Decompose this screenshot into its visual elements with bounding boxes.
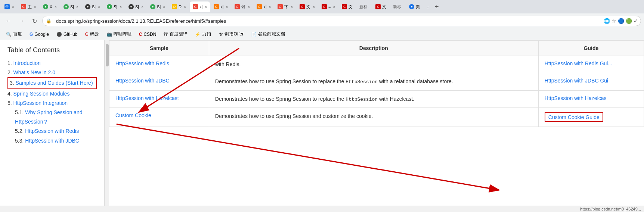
link-custom-cookie[interactable]: Custom Cookie [115, 112, 151, 118]
toc-link-2[interactable]: What's New in 2.0 [13, 69, 55, 75]
toc-item-5-1[interactable]: 5.1. Why Spring Session and HttpSession？ [15, 108, 97, 127]
bookmark-icon[interactable]: ☆ [612, 18, 616, 24]
bookmark-leetcode[interactable]: ⚡ 力扣 [192, 30, 214, 38]
toc-item-2[interactable]: 2. What's New in 2.0 [7, 68, 97, 77]
bookmark-github[interactable]: ⚫ GitHub [53, 31, 80, 38]
bookmark-bilibili[interactable]: 📺 哔哩哔哩 [103, 30, 134, 38]
translate-icon[interactable]: 🌐 [604, 18, 610, 24]
address-box[interactable]: 🔒 docs.spring.io/spring-session/docs/2.1… [42, 16, 641, 26]
tab-13[interactable]: G x| × [254, 1, 274, 12]
bookmark-csdn[interactable]: C CSDN [136, 31, 160, 38]
address-wrapper[interactable]: 🔒 docs.spring.io/spring-session/docs/2.1… [42, 16, 641, 26]
tab-active[interactable]: G x| × [190, 1, 210, 12]
toc-item-3[interactable]: 3. Samples and Guides (Start Here) [7, 77, 97, 89]
tab-13-close[interactable]: × [269, 5, 271, 9]
tab-15-close[interactable]: × [313, 5, 315, 9]
bookmark-gitee[interactable]: G 码云 [82, 30, 102, 38]
bookmark-google[interactable]: G Google [27, 31, 52, 38]
toc-item-1[interactable]: 1. Introduction [7, 59, 97, 68]
tab-7-close[interactable]: × [141, 5, 143, 9]
tab-12-close[interactable]: × [248, 5, 250, 9]
cell-sample-2: Custom Cookie [109, 108, 209, 127]
csdn-label: CSDN [143, 32, 156, 37]
tab-14[interactable]: G 下 × [275, 1, 296, 12]
address-bar: ← → ↻ 🔒 docs.spring.io/spring-session/do… [0, 13, 644, 28]
tab-2[interactable]: C 主 × [18, 1, 39, 12]
csdn-favicon: C [139, 32, 142, 37]
cell-sample-0: HttpSession with JDBC [109, 73, 209, 91]
sword-label: 剑指Offer [225, 31, 243, 37]
link-guide-redis[interactable]: HttpSession with Redis Gui... [545, 60, 612, 66]
tab-9-close[interactable]: × [184, 5, 186, 9]
toc-link-5[interactable]: HttpSession Integration [13, 100, 68, 106]
toc-link-5-1[interactable]: Why Spring Session and HttpSession？ [15, 109, 83, 125]
tab-21[interactable]: ● 美 [406, 1, 423, 12]
toc-number-5-3: 5.3. [15, 138, 24, 144]
check-icon[interactable]: ✓ [634, 18, 638, 24]
link-httpsession-jdbc[interactable]: HttpSession with JDBC [115, 78, 170, 84]
tab-17[interactable]: C 文 [339, 1, 356, 12]
tab-8[interactable]: ● S| × [147, 1, 168, 12]
back-button[interactable]: ← [3, 16, 13, 26]
toc-item-5-3[interactable]: 5.3. HttpSession with JDBC [15, 136, 97, 146]
toc-item-5[interactable]: 5. HttpSession Integration [7, 99, 97, 108]
link-guide-jdbc[interactable]: HttpSession with JDBC Gui [545, 78, 608, 84]
tab-19[interactable]: C 文 [372, 1, 389, 12]
forward-button[interactable]: → [16, 16, 27, 26]
tab-1-close[interactable]: × [12, 5, 14, 9]
tab-3-close[interactable]: × [55, 5, 57, 9]
toc-link-5-2[interactable]: HttpSession with Redis [25, 128, 79, 134]
tab-12[interactable]: G 讨 × [232, 1, 253, 12]
tab-5[interactable]: ● S| × [82, 1, 103, 12]
tab-2-close[interactable]: × [34, 5, 36, 9]
gitee-label: 码云 [90, 31, 99, 37]
toc-link-5-3[interactable]: HttpSession with JDBC [25, 138, 79, 144]
tab-4-close[interactable]: × [76, 5, 78, 9]
link-guide-hazelcast[interactable]: HttpSession with Hazelcas [545, 95, 607, 101]
cell-desc-0: Demonstrates how to use Spring Session t… [209, 73, 538, 91]
tab-16-close[interactable]: × [333, 5, 335, 9]
tab-7[interactable]: ● S| × [126, 1, 146, 12]
tab-15[interactable]: C 文 × [297, 1, 318, 12]
link-httpsession-redis[interactable]: HttpSession with Redis [115, 60, 169, 66]
tab-4[interactable]: ● S| × [61, 1, 81, 12]
tab-11[interactable]: G x| × [211, 1, 231, 12]
scroll-track[interactable] [105, 40, 109, 212]
tab-1[interactable]: 全 × [1, 1, 17, 12]
tab-16[interactable]: C ≡ × [319, 1, 338, 12]
tab-active-close[interactable]: × [205, 5, 207, 9]
new-tab-button[interactable]: + [433, 3, 441, 11]
tab-6-close[interactable]: × [120, 5, 122, 9]
scroll-thumb[interactable] [106, 44, 109, 66]
tab-8-close[interactable]: × [163, 5, 165, 9]
tab-22[interactable]: ↓ [424, 1, 432, 12]
tab-9[interactable]: D D × [169, 1, 189, 12]
col-description: Description [209, 41, 538, 56]
bookmark-baidu[interactable]: 🔍 百度 [3, 30, 25, 38]
cell-desc-1: Demonstrates how to use Spring Session t… [209, 90, 538, 108]
toc-link-3[interactable]: Samples and Guides (Start Here) [16, 80, 93, 86]
tab-3[interactable]: ● X × [40, 1, 60, 12]
extension-icon[interactable]: 🔵 [618, 18, 624, 24]
desc-1: Demonstrates how to use Spring Session t… [215, 96, 414, 102]
toc-link-1[interactable]: Introduction [13, 60, 41, 66]
tab-11-close[interactable]: × [226, 5, 228, 9]
bookmark-sword[interactable]: 🗡 剑指Offer [216, 30, 246, 38]
tab-14-close[interactable]: × [291, 5, 293, 9]
toc-link-4[interactable]: Spring Session Modules [13, 91, 70, 97]
link-httpsession-hazelcast[interactable]: HttpSession with Hazelcast [115, 95, 179, 101]
tab-5-close[interactable]: × [98, 5, 100, 9]
lock-icon: 🔒 [46, 18, 52, 24]
tab-6[interactable]: ● S| × [104, 1, 125, 12]
content: Sample Description Guide HttpSession wit… [109, 40, 644, 127]
bookmark-gulimall[interactable]: 📄 谷粒商城文档 [248, 30, 288, 38]
profile-icon[interactable]: 🟢 [626, 18, 632, 24]
bookmark-translate[interactable]: 译 百度翻译 [161, 30, 191, 38]
tab-18[interactable]: 新标· [356, 1, 372, 12]
col-sample: Sample [109, 41, 209, 56]
toc-item-5-2[interactable]: 5.2. HttpSession with Redis [15, 127, 97, 136]
toc-item-4[interactable]: 4. Spring Session Modules [7, 89, 97, 99]
tab-20[interactable]: 新标· [390, 1, 405, 12]
link-guide-custom-cookie[interactable]: Custom Cookie Guide [545, 112, 603, 122]
refresh-button[interactable]: ↻ [30, 16, 39, 26]
